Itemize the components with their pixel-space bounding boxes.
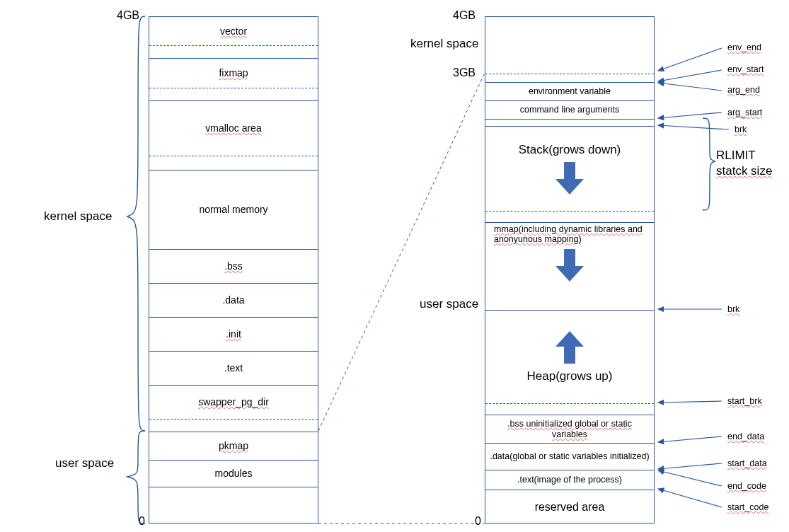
arrow-down-icon — [555, 162, 584, 195]
text-vector: vector — [220, 25, 247, 37]
text-env: environment variable — [529, 86, 611, 96]
right-label-3gb: 3GB — [453, 66, 476, 79]
text-data-r: .data(global or static variables initial… — [490, 451, 649, 461]
right-cell-mmap: mmap(including dynamic libraries and ano… — [485, 222, 654, 310]
left-label-user: user space — [55, 456, 114, 470]
right-cell-heap: Heap(grows up) — [485, 310, 654, 403]
ptr-arg-end: arg_end — [727, 85, 760, 95]
right-gap-args-below — [485, 119, 654, 126]
ptr-env-end: env_end — [727, 42, 761, 52]
arrow-up-icon — [555, 331, 584, 364]
left-cell-normal: normal memory — [149, 170, 318, 249]
ptr-rlimit-2: statck size — [716, 164, 772, 178]
text-init: .init — [226, 328, 241, 340]
left-cell-text: .text — [149, 351, 318, 385]
text-data: .data — [222, 294, 244, 306]
right-cell-args: command line arguments — [485, 100, 654, 119]
text-vmalloc: vmalloc area — [205, 122, 261, 134]
ptr-brk: brk — [727, 304, 739, 314]
left-gap-1 — [149, 45, 318, 58]
right-cell-env: environment variable — [485, 82, 654, 100]
text-modules: modules — [215, 468, 253, 479]
text-fixmap: fixmap — [219, 67, 248, 79]
left-gap-4 — [149, 419, 318, 432]
right-label-0: 0 — [475, 515, 481, 528]
ptr-brk-top: brk — [735, 125, 747, 134]
ptr-start-brk: start_brk — [727, 396, 762, 406]
text-args: command line arguments — [520, 105, 619, 115]
right-cell-stack: Stack(grows down) — [485, 126, 654, 211]
text-mmap: mmap(including dynamic libraries and ano… — [490, 224, 650, 245]
text-text: .text — [224, 362, 243, 374]
text-pkmap: pkmap — [219, 440, 248, 451]
right-cell-data: .data(global or static variables initial… — [485, 443, 654, 470]
ptr-end-code: end_code — [727, 481, 766, 491]
left-label-kernel: kernel space — [44, 209, 112, 224]
right-gap-stack-below — [485, 211, 654, 222]
left-cell-blank — [149, 487, 318, 524]
left-gap-2 — [149, 88, 318, 100]
right-memory-column: environment variable command line argume… — [485, 16, 655, 524]
left-cell-init: .init — [149, 317, 318, 351]
left-gap-3 — [149, 156, 318, 170]
left-memory-column: vector fixmap vmalloc area normal memory… — [149, 16, 318, 524]
connectors-overlay — [0, 0, 789, 532]
left-cell-pkmap: pkmap — [149, 432, 318, 460]
right-label-4gb: 4GB — [453, 9, 476, 22]
left-cell-vmalloc: vmalloc area — [149, 100, 318, 156]
right-label-user: user space — [420, 297, 478, 311]
ptr-start-data: start_data — [727, 458, 767, 468]
right-3gb-gap — [485, 74, 654, 82]
arrow-down-icon-2 — [555, 249, 584, 282]
left-label-4gb: 4GB — [117, 9, 139, 22]
text-swapper: swapper_pg_dir — [198, 396, 269, 407]
right-cell-reserved: reserved area — [485, 490, 654, 524]
right-cell-kernel-blank — [485, 17, 654, 74]
ptr-rlimit-1: RLIMIT — [716, 149, 756, 163]
left-cell-fixmap: fixmap — [149, 58, 318, 88]
text-reserved: reserved area — [535, 501, 605, 514]
ptr-arg-start: arg_start — [727, 108, 762, 117]
text-bss: .bss — [224, 260, 243, 272]
text-normal: normal memory — [199, 204, 267, 215]
text-stack: Stack(grows down) — [519, 143, 621, 157]
text-text-r: .text(image of the process) — [517, 475, 622, 485]
left-cell-modules: modules — [149, 460, 318, 487]
right-gap-heap-below — [485, 403, 654, 415]
ptr-end-data: end_data — [727, 432, 764, 441]
text-heap: Heap(grows up) — [527, 369, 613, 383]
left-cell-bss: .bss — [149, 249, 318, 283]
right-cell-text: .text(image of the process) — [485, 470, 654, 490]
text-bss-r: .bss uninitialized global or static vari… — [490, 419, 650, 439]
left-label-0: 0 — [139, 515, 145, 528]
right-cell-bss: .bss uninitialized global or static vari… — [485, 415, 654, 443]
left-cell-vector: vector — [149, 17, 318, 45]
left-cell-data: .data — [149, 283, 318, 317]
ptr-env-start: env_start — [727, 64, 764, 74]
right-label-kernel: kernel space — [410, 37, 478, 51]
left-cell-swapper: swapper_pg_dir — [149, 385, 318, 419]
ptr-start-code: start_code — [727, 502, 768, 512]
